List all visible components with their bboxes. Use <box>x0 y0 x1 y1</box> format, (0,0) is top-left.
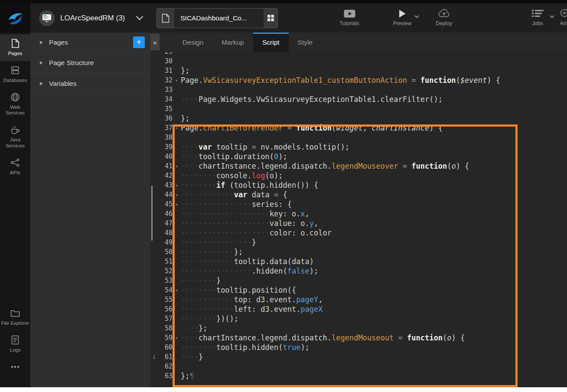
chevron-down-icon[interactable] <box>414 12 419 20</box>
code-token: ············ <box>181 295 234 304</box>
panel-section-pages[interactable]: Pages+ <box>30 33 150 52</box>
tab-style[interactable]: Style <box>289 33 322 52</box>
panel-section-variables[interactable]: Variables <box>30 73 150 94</box>
code-line-43[interactable]: 43▾········if (tooltip.hidden()) { <box>150 180 567 190</box>
code-line-42[interactable]: 42········console.log(o); <box>150 171 567 180</box>
code-line-48[interactable]: 48····················color: o.color <box>150 228 567 238</box>
code-line-29[interactable]: 29 <box>150 52 567 56</box>
code-line-39[interactable]: 39····var tooltip = nv.models.tooltip(); <box>150 142 567 152</box>
code-line-63[interactable]: 63};¶ <box>150 371 567 381</box>
code-line-56[interactable]: 56············left: d3.event.pageX <box>150 304 567 314</box>
code-token: legendMouseout <box>332 333 394 342</box>
topbar-action-deploy[interactable]: Deploy <box>428 9 459 26</box>
code-line-35[interactable]: 35 <box>150 104 567 114</box>
code-line-53[interactable]: 53········} <box>150 276 567 285</box>
sidebar-item-java-services[interactable]: Java Services <box>0 121 30 154</box>
page-selector[interactable]: SICADashboard_Co... <box>156 8 278 28</box>
more-icon <box>10 362 20 372</box>
window-top-strip <box>0 0 567 3</box>
code-line-55[interactable]: 55············top: d3.event.pageY, <box>150 295 567 304</box>
code-line-34[interactable]: 34····Page.Widgets.VwSicasurveyException… <box>150 95 567 104</box>
topbar-action-preview[interactable]: Preview <box>387 9 418 26</box>
fold-arrow-icon[interactable]: ▾ <box>173 183 181 188</box>
code-text: ········tooltip.hidden(true); <box>181 343 310 352</box>
collapse-panel-button[interactable]: « <box>150 34 160 50</box>
topbar-action-artifacts[interactable]: Art <box>553 9 567 26</box>
line-number: 45 <box>158 200 173 208</box>
code-line-31[interactable]: 31}; <box>150 66 567 75</box>
panel-section-page-structure[interactable]: Page Structure <box>30 52 150 73</box>
code-line-41[interactable]: 41▾····chartInstance.legend.dispatch.leg… <box>150 161 567 171</box>
code-text: ············var data = { <box>181 190 287 199</box>
code-line-45[interactable]: 45▾················series: { <box>150 199 567 209</box>
code-text: ················} <box>181 238 256 247</box>
code-token: }; <box>181 372 189 380</box>
code-token: Page. <box>181 76 203 85</box>
sidebar-item-apis[interactable]: APIs <box>0 154 30 180</box>
tab-script[interactable]: Script <box>253 33 289 52</box>
line-number: 56 <box>158 305 173 313</box>
sidebar-item-web-services[interactable]: Web Services <box>0 88 30 121</box>
tab-markup[interactable]: Markup <box>212 33 253 52</box>
sidebar-item-file-explorer[interactable]: File Explorer <box>0 304 30 331</box>
chevron-down-icon[interactable] <box>136 16 143 20</box>
fold-arrow-icon[interactable]: ▾ <box>173 126 181 131</box>
fold-arrow-icon[interactable]: ▾ <box>173 202 181 207</box>
topbar-action-jobs[interactable]: Jobs <box>522 9 553 26</box>
line-number: 48 <box>158 229 173 237</box>
sidebar-item-label: File Explorer <box>1 320 29 327</box>
line-number: 34 <box>158 95 173 103</box>
code-line-38[interactable]: 38 <box>150 133 567 142</box>
code-line-49[interactable]: 49················} <box>150 238 567 247</box>
caret-right-icon[interactable] <box>40 61 43 65</box>
code-line-50[interactable]: 50············}; <box>150 247 567 257</box>
wavemaker-logo[interactable] <box>0 3 30 33</box>
code-token: var <box>234 190 248 199</box>
sidebar-item-logs[interactable]: Logs <box>0 331 30 358</box>
code-line-61[interactable]: i61····} <box>150 352 567 362</box>
code-line-32[interactable]: 32▾Page.VwSicasurveyExceptionTable1_cust… <box>150 75 567 85</box>
code-line-30[interactable]: 30 <box>150 56 567 66</box>
sidebar-item-more[interactable] <box>0 358 30 376</box>
fold-arrow-icon[interactable]: ▾ <box>173 288 181 293</box>
code-line-60[interactable]: 60········tooltip.hidden(true); <box>150 343 567 352</box>
project-selector[interactable]: LOArcSpeedRM (3) <box>39 10 143 26</box>
line-number: 42 <box>158 172 173 180</box>
topbar-action-tutorials[interactable]: Tutorials <box>334 9 365 26</box>
code-line-47[interactable]: 47····················value: o.y, <box>150 219 567 228</box>
code-editor[interactable]: 293031};32▾Page.VwSicasurveyExceptionTab… <box>150 52 567 387</box>
code-line-52[interactable]: 52················.hidden(false); <box>150 266 567 276</box>
code-line-40[interactable]: 40····tooltip.duration(0); <box>150 152 567 161</box>
line-number: 55 <box>158 296 173 304</box>
code-text: ········tooltip.position({ <box>181 286 296 294</box>
tab-design[interactable]: Design <box>173 33 212 52</box>
code-token: ···················· <box>181 229 270 237</box>
code-line-59[interactable]: 59▾····chartInstance.legend.dispatch.leg… <box>150 333 567 343</box>
code-line-62[interactable]: 62 <box>150 362 567 371</box>
fold-arrow-icon[interactable]: ▾ <box>173 193 181 197</box>
code-line-33[interactable]: 33 <box>150 85 567 95</box>
code-line-46[interactable]: 46····················key: o.x, <box>150 209 567 219</box>
code-token: ············ <box>181 305 234 314</box>
caret-right-icon[interactable] <box>40 82 43 85</box>
code-line-58[interactable]: 58····}; <box>150 323 567 333</box>
sidebar-item-databases[interactable]: Databases <box>0 61 30 88</box>
fold-arrow-icon[interactable]: ▾ <box>173 164 181 169</box>
bottom-strip <box>0 387 567 392</box>
code-line-37[interactable]: 37▾Page.chart1Beforerender = function(wi… <box>150 123 567 133</box>
code-line-57[interactable]: 57········})(); <box>150 314 567 323</box>
code-line-51[interactable]: 51············tooltip.data(data) <box>150 257 567 266</box>
code-content: 293031};32▾Page.VwSicasurveyExceptionTab… <box>150 52 567 381</box>
fold-arrow-icon[interactable]: ▾ <box>173 336 181 340</box>
fold-arrow-icon[interactable]: ▾ <box>173 78 181 83</box>
scrollbar-thumb[interactable] <box>151 186 153 241</box>
code-token: = <box>274 190 278 199</box>
code-line-36[interactable]: 36}; <box>150 114 567 123</box>
sidebar-item-pages[interactable]: Pages <box>0 34 30 61</box>
code-line-54[interactable]: 54▾········tooltip.position({ <box>150 285 567 295</box>
add-page-button[interactable]: + <box>133 36 145 48</box>
code-token: }; <box>199 324 207 333</box>
grid-icon[interactable] <box>264 15 277 21</box>
caret-right-icon[interactable] <box>40 41 43 44</box>
code-line-44[interactable]: 44▾············var data = { <box>150 190 567 199</box>
